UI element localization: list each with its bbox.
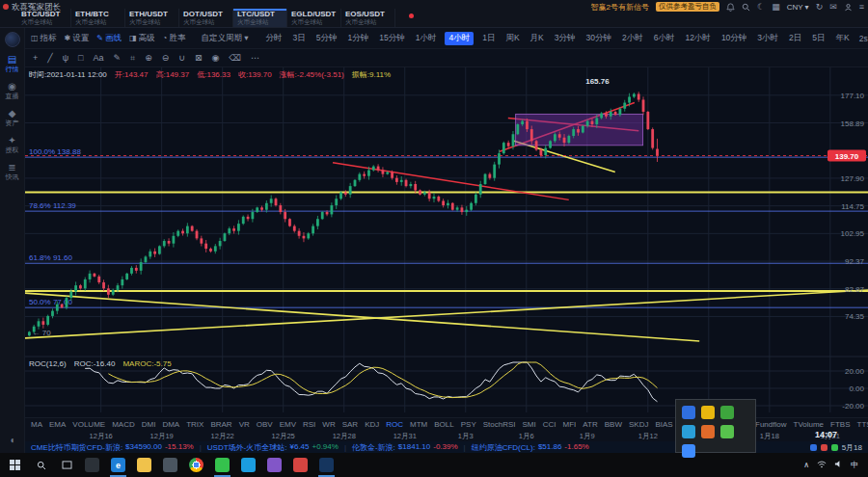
start-button[interactable] [0,453,29,477]
brush-tool[interactable]: ✎ [114,53,122,63]
apps-grid-icon[interactable]: ▦ [772,2,780,12]
timeframe-button[interactable]: 3分钟 [553,32,578,45]
indicator-tab-OBV[interactable]: OBV [257,420,273,429]
timeframe-button[interactable]: 10分钟 [719,32,748,45]
timeframe-button[interactable]: 月K [529,32,546,45]
indicator-tab-TTSI[interactable]: TTSI [857,420,868,429]
pair-tab[interactable]: EOS/USDT火币全球站 [341,9,395,27]
chrome-browser[interactable] [183,453,209,477]
toolbar-button[interactable]: ✱设置 [65,33,90,44]
timeframe-button[interactable]: 1小时 [414,32,439,45]
indicator-tab-MACD[interactable]: MACD [112,420,135,429]
pair-tab[interactable]: EGLD/USDT火币全球站 [287,9,341,27]
taskbar-search-icon[interactable] [29,453,54,477]
file-explorer[interactable] [131,453,157,477]
pair-tab[interactable]: ETH/USDT火币全球站 [125,9,179,27]
volume-icon[interactable] [834,460,843,470]
pair-tab[interactable]: ETH/BTC火币全球站 [71,9,125,27]
video-app[interactable] [261,453,287,477]
task-view-icon[interactable] [54,453,79,477]
measure-tool[interactable]: ⌗ [130,53,135,63]
tray-icon-yellow[interactable] [701,406,715,419]
tray-icon-green2[interactable] [720,425,734,438]
lock-tool[interactable]: ⊠ [195,53,203,63]
sidebar-item-授权[interactable]: ✦授权 [6,136,19,154]
timeframe-button[interactable]: 12小时 [683,32,712,45]
magnet-tool[interactable]: ∪ [178,53,185,63]
menu-icon[interactable]: ≡ [859,2,864,12]
zoom-in-tool[interactable]: ⊕ [145,53,152,63]
timeframe-button[interactable]: 周K [503,32,521,45]
message-icon[interactable]: ✉ [829,2,837,12]
app-dark[interactable] [79,453,105,477]
visibility-tool[interactable]: ◉ [211,53,219,63]
tray-icon-shield[interactable] [682,425,695,438]
indicator-tab-VR[interactable]: VR [239,420,250,429]
shape-tool[interactable]: □ [78,53,83,63]
sidebar-item-直播[interactable]: ◉直播 [6,82,19,100]
toolbar-button[interactable]: ◨高级 [129,33,155,44]
indicator-tab-SKDJ[interactable]: SKDJ [629,420,648,429]
indicator-tab-EMA[interactable]: EMA [49,420,66,429]
trading-app[interactable] [313,453,339,477]
indicator-tab-DMI[interactable]: DMI [142,420,156,429]
indicator-tab-PSY[interactable]: PSY [461,420,476,429]
theme-moon-icon[interactable]: ☾ [757,2,765,12]
timeframe-button[interactable]: 分时 [264,32,285,45]
indicator-tab-StochRSI[interactable]: StochRSI [483,420,516,429]
timeframe-button[interactable]: 2日 [787,32,803,45]
indicator-tab-MTM[interactable]: MTM [410,420,427,429]
bell-icon[interactable] [726,3,735,12]
indicator-tab-MFI[interactable]: MFI [563,420,577,429]
timeframe-button[interactable]: 1分钟 [345,32,370,45]
indicator-tab-BOLL[interactable]: BOLL [434,420,453,429]
tray-icon-diamond[interactable] [682,444,695,458]
timeframe-button[interactable]: 6小时 [652,32,677,45]
indicator-tab-BBW[interactable]: BBW [605,420,622,429]
indicator-tab-VOLUME[interactable]: VOLUME [72,420,105,429]
wifi-icon[interactable] [817,461,827,470]
indicator-tab-TRIX[interactable]: TRIX [186,420,203,429]
indicator-tab-BRAR[interactable]: BRAR [210,420,231,429]
indicator-tab-ROC[interactable]: ROC [386,420,403,429]
toolbar-button[interactable]: ◔胜率 [163,33,186,44]
timeframe-button[interactable]: 1日 [480,32,497,45]
tray-expand-icon[interactable]: ∧ [803,461,809,469]
indicator-tab-Fundflow[interactable]: Fundflow [755,420,786,429]
delete-tool[interactable]: ⌫ [229,53,241,63]
indicator-tab-CCI[interactable]: CCI [543,420,556,429]
mail-app[interactable] [287,453,313,477]
timeframe-button[interactable]: 4小时 [445,32,474,45]
status-ticker[interactable]: CME比特币期货CFD-新浪:$34590.00-15.13% [31,442,194,453]
timeframe-button[interactable]: 15分钟 [377,32,406,45]
status-ticker[interactable]: 纽约原油CFD(CL):$51.86-1.65% [472,442,589,453]
refresh-interval-badge[interactable]: 2s [859,34,868,43]
widget-icon-red[interactable] [821,444,827,451]
timeframe-button[interactable]: 年K [834,32,852,45]
tray-icon-blue[interactable] [682,406,695,419]
status-ticker[interactable]: USDT场外-火币全球站:¥6.45+0.94% [207,442,339,453]
indicator-tab-WR[interactable]: WR [322,420,335,429]
input-method-indicator[interactable]: 中 [851,460,858,470]
timeframe-button[interactable]: 5分钟 [314,32,339,45]
indicator-tab-FTBS[interactable]: FTBS [830,420,850,429]
indicator-tab-SMI[interactable]: SMI [523,420,536,429]
indicator-tab-RSI[interactable]: RSI [303,420,315,429]
indicator-tab-ATR[interactable]: ATR [583,420,597,429]
tray-icon-orange[interactable] [701,425,715,438]
timeframe-button[interactable]: 30分钟 [583,32,612,45]
custom-period-select[interactable]: 自定义周期 ▾ [201,33,248,44]
sidebar-item-快讯[interactable]: ≣快讯 [6,163,19,181]
more-tools[interactable]: ⋯ [251,53,259,63]
crosshair-tool[interactable]: + [33,53,38,63]
wechat[interactable] [209,453,235,477]
trendline-tool[interactable]: ╱ [47,53,52,63]
timeframe-button[interactable]: 5日 [810,32,827,45]
indicator-tab-EMV[interactable]: EMV [280,420,296,429]
widget-icon-green[interactable] [831,444,838,451]
status-ticker[interactable]: 伦敦金-新浪:$1841.10-0.39% [352,442,458,453]
pitchfork-tool[interactable]: ψ [63,53,68,63]
indicator-tab-SAR[interactable]: SAR [342,420,358,429]
currency-select[interactable]: CNY ▾ [787,3,809,12]
toolbar-button[interactable]: ✎画线 [96,33,122,44]
